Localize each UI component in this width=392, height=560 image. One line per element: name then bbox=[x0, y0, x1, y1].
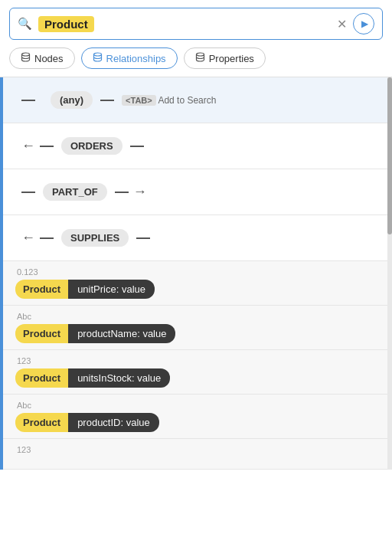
rel-chip-supplies: SUPPLIES bbox=[61, 229, 129, 247]
prop-type-unitprice: 0.123 bbox=[15, 267, 377, 277]
prop-label-productid: productID: value bbox=[68, 413, 159, 432]
tab-nodes[interactable]: Nodes bbox=[9, 47, 75, 69]
node-label: Product bbox=[15, 368, 68, 388]
rel-chip-part-of: PART_OF bbox=[43, 183, 107, 201]
svg-point-1 bbox=[93, 53, 101, 56]
right-dash bbox=[100, 100, 114, 101]
svg-point-2 bbox=[196, 53, 204, 56]
prop-label-unitprice: unitPrice: value bbox=[68, 280, 155, 299]
properties-db-icon bbox=[195, 52, 205, 64]
prop-type-productid: Abc bbox=[15, 401, 377, 410]
clear-icon[interactable]: ✕ bbox=[337, 17, 347, 31]
search-chip: Product bbox=[38, 16, 94, 32]
left-dash bbox=[21, 100, 35, 101]
prop-type-unitsinstock: 123 bbox=[15, 356, 377, 365]
right-dash bbox=[130, 146, 144, 147]
list-item[interactable]: PART_OF → bbox=[0, 169, 392, 215]
svg-point-0 bbox=[22, 53, 30, 56]
rel-chip-any: (any) bbox=[51, 91, 93, 109]
tab-key: <TAB> bbox=[122, 95, 156, 106]
node-label: Product bbox=[15, 413, 68, 432]
left-dash bbox=[40, 146, 54, 147]
arrow-left-icon: ← bbox=[21, 138, 35, 154]
prop-row-productname[interactable]: Abc Product productName: value bbox=[0, 306, 392, 350]
prop-row-unitsinstock[interactable]: 123 Product unitsInStock: value bbox=[0, 350, 392, 395]
prop-row-partial[interactable]: 123 bbox=[0, 439, 392, 470]
search-icon: 🔍 bbox=[18, 17, 32, 31]
search-input[interactable] bbox=[100, 18, 331, 31]
prop-label-unitsinstock: unitsInStock: value bbox=[68, 368, 170, 388]
node-label: Product bbox=[15, 280, 68, 299]
tab-relationships[interactable]: Relationships bbox=[81, 47, 178, 69]
prop-type-partial: 123 bbox=[15, 445, 31, 454]
left-dash bbox=[40, 237, 54, 239]
prop-label-productname: productName: value bbox=[68, 324, 175, 343]
accent-bar bbox=[0, 77, 3, 470]
right-dash bbox=[115, 192, 129, 193]
rel-chip-orders: ORDERS bbox=[61, 137, 122, 155]
prop-row-unitprice[interactable]: 0.123 Product unitPrice: value bbox=[0, 261, 392, 306]
arrow-right-icon: → bbox=[133, 184, 147, 200]
left-dash bbox=[21, 192, 35, 193]
hint-text: Add to Search bbox=[158, 95, 216, 106]
tab-properties[interactable]: Properties bbox=[184, 47, 266, 69]
right-dash bbox=[136, 237, 150, 239]
results-list: (any) <TAB> Add to Search ← ORDERS PART_… bbox=[0, 77, 392, 470]
tabs-row: Nodes Relationships Properties bbox=[0, 47, 392, 77]
list-item[interactable]: ← SUPPLIES bbox=[0, 215, 392, 261]
run-button[interactable]: ▶ bbox=[353, 13, 374, 34]
scrollbar-track[interactable] bbox=[387, 77, 392, 470]
run-icon: ▶ bbox=[361, 18, 368, 29]
prop-row-productid[interactable]: Abc Product productID: value bbox=[0, 395, 392, 439]
tab-hint: <TAB> Add to Search bbox=[122, 95, 216, 106]
relationships-db-icon bbox=[93, 52, 103, 64]
search-bar[interactable]: 🔍 Product ✕ ▶ bbox=[9, 8, 383, 40]
node-label: Product bbox=[15, 324, 68, 343]
prop-type-productname: Abc bbox=[15, 312, 377, 321]
arrow-left-icon: ← bbox=[21, 230, 35, 246]
tab-nodes-label: Nodes bbox=[34, 53, 64, 64]
tab-properties-label: Properties bbox=[209, 53, 254, 64]
nodes-db-icon bbox=[21, 52, 31, 64]
list-item[interactable]: (any) <TAB> Add to Search bbox=[0, 77, 392, 123]
list-item[interactable]: ← ORDERS bbox=[0, 123, 392, 169]
scrollbar-thumb[interactable] bbox=[387, 77, 392, 234]
tab-relationships-label: Relationships bbox=[106, 53, 166, 64]
